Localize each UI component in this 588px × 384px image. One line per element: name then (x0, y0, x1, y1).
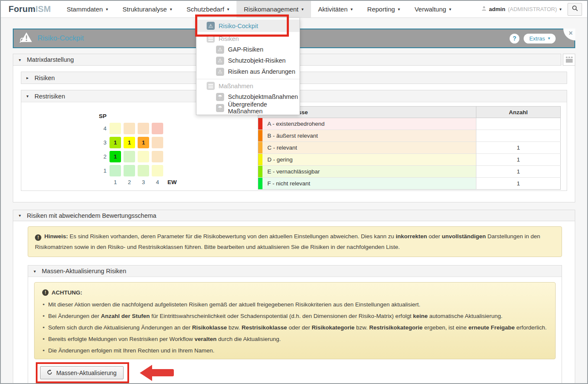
achtung-bullet: Bei Änderungen der Anzahl der Stufen für… (42, 310, 548, 322)
matrix-row-label: 2 (98, 153, 107, 160)
menu-item-gap-risiken[interactable]: ⚠GAP-Risiken (196, 44, 300, 55)
massen-panel: ▾ Massen-Aktualisierung Risiken !ACHTUNG… (28, 265, 562, 384)
nav-item-reporting[interactable]: Reporting▾ (360, 1, 407, 17)
red-annotation-arrow (140, 365, 174, 381)
layout-toggle-button[interactable] (563, 54, 575, 66)
menu-item-label: Schutzobjekt-Risiken (228, 57, 285, 64)
menu-divider (196, 79, 300, 79)
matrix-cell: 1 (110, 151, 121, 162)
class-label: B - äußerst relevant (262, 130, 476, 142)
matrix-cell (152, 151, 163, 162)
menu-item-schutzobjekt-risiken[interactable]: ⚠Schutzobjekt-Risiken (196, 55, 300, 66)
nav-item-stammdaten[interactable]: Stammdaten▾ (59, 1, 115, 17)
exclamation-circle-icon: ! (35, 234, 41, 241)
chevron-down-icon: ▾ (351, 7, 353, 12)
menu-item-label: Risiken (219, 35, 239, 42)
matrix-cell: 1 (124, 137, 135, 148)
nav-item-label: Risikomanagement (244, 6, 298, 13)
matrix-cell (152, 123, 163, 134)
matrix-cell (152, 137, 163, 148)
chevron-down-icon: ▾ (170, 7, 172, 12)
table-row: B - äußerst relevant (258, 130, 561, 142)
user-menu[interactable]: admin (ADMINISTRATOR) ▾ (481, 6, 562, 12)
extras-button[interactable]: Extras ▾ (524, 34, 556, 43)
menu-item-label: Risiken aus Änderungen (228, 68, 295, 75)
nav-item-label: Reporting (367, 6, 395, 13)
button-label: Massen-Aktualisierung (56, 370, 117, 376)
collapse-triangle-icon: ▾ (19, 58, 23, 62)
help-button[interactable]: ? (510, 34, 519, 43)
chevron-down-icon: ▾ (227, 7, 229, 12)
app-logo[interactable]: ForumISM (9, 1, 51, 17)
matrix-cell (124, 151, 135, 162)
panel-title: Restrisiken (35, 93, 65, 100)
collapse-triangle-icon: ▾ (26, 94, 31, 98)
menu-item-label: Schutzobjektmaßnahmen (228, 93, 298, 100)
class-label: A - existenzbedrohend (262, 118, 476, 130)
nav-item-risikomanagement[interactable]: Risikomanagement▾ (236, 1, 311, 17)
risk-icon: ⚠ (207, 22, 215, 30)
class-count (476, 130, 561, 142)
matrix-cell (138, 151, 149, 162)
nav-item-verwaltung[interactable]: Verwaltung▾ (407, 1, 458, 17)
abweichend-section: ▾ Risiken mit abweichendem Bewertungssch… (13, 210, 575, 384)
class-count: 1 (476, 166, 561, 178)
table-row: C - relevant1 (258, 142, 561, 154)
chevron-down-icon: ▾ (106, 7, 108, 12)
table-row: D - gering1 (258, 154, 561, 166)
class-color-bar (258, 154, 262, 166)
class-color-bar (258, 130, 262, 142)
matrix-cell (124, 123, 135, 134)
nav-item-label: Stammdaten (66, 6, 103, 13)
class-count: 1 (476, 154, 561, 166)
section-title: Risiken mit abweichendem Bewertungsschem… (27, 212, 156, 219)
refresh-icon (47, 370, 52, 376)
panel-title: Risiken (35, 75, 55, 81)
section-header-abweichend[interactable]: ▾ Risiken mit abweichendem Bewertungssch… (13, 210, 575, 221)
menu-item-label: Risiko-Cockpit (219, 23, 258, 29)
matrix-cell: 1 (138, 137, 149, 148)
page-title: Risiko-Cockpit (37, 34, 84, 43)
menu-item-label: GAP-Risiken (228, 46, 263, 53)
matrix-cell (110, 165, 121, 176)
matrix-row: 4 (98, 123, 258, 134)
menu-item-bergreifende-ma-nahmen[interactable]: ☂Übergreifende Maßnahmen (196, 102, 300, 113)
matrix-row-label: 1 (98, 167, 107, 174)
user-icon (481, 6, 487, 12)
matrix-x-axis-label: EW (167, 179, 177, 185)
section-title: Matrixdarstellung (27, 56, 74, 63)
nav-item-strukturanalyse[interactable]: Strukturanalyse▾ (115, 1, 179, 17)
chevron-down-icon: ▾ (398, 7, 400, 12)
matrix-row-label: 4 (98, 125, 107, 132)
restrisiko-class-table: Restrisikoklasse Anzahl A - existenzbedr… (258, 106, 561, 190)
chevron-down-icon: ▾ (302, 7, 304, 12)
section-title: Massen-Aktualisierung Risiken (42, 268, 126, 274)
search-icon (572, 5, 578, 13)
list-glyph (208, 37, 213, 38)
massen-aktualisierung-button[interactable]: Massen-Aktualisierung (40, 366, 124, 379)
expand-triangle-icon: ▸ (26, 75, 31, 80)
matrix-cell (110, 123, 121, 134)
matrix-row: 21 (98, 151, 258, 162)
achtung-bullet-list: Mit dieser Aktion werden die nachfolgend… (42, 299, 548, 356)
achtung-bullet: Die Änderungen erfolgen mit Ihren Rechte… (42, 345, 548, 356)
matrix-row: 3111 (98, 137, 258, 148)
hinweis-note: !Hinweis: Es sind Risiken vorhanden, der… (28, 226, 562, 257)
collapse-triangle-icon: ▾ (19, 213, 23, 218)
list-icon (207, 35, 215, 43)
matrix-col-label: 4 (152, 179, 163, 185)
search-button[interactable] (568, 3, 582, 16)
menu-item-risiken-aus-nderungen[interactable]: ⚠Risiken aus Änderungen (196, 66, 300, 77)
nav-item-schutzbedarf[interactable]: Schutzbedarf▾ (179, 1, 236, 17)
nav-item-aktivit-ten[interactable]: Aktivitäten▾ (311, 1, 360, 17)
menu-item-risiko-cockpit[interactable]: ⚠Risiko-Cockpit (196, 20, 300, 32)
umbrella-icon: ☂ (216, 93, 224, 101)
section-header-massen[interactable]: ▾ Massen-Aktualisierung Risiken (28, 266, 562, 277)
matrix-col-labels: 1234EW (110, 179, 258, 185)
restrisiko-table-area: Restrisikoklasse Anzahl A - existenzbedr… (258, 102, 567, 191)
close-button[interactable]: × (563, 29, 575, 40)
window-icon (566, 57, 573, 58)
class-color-bar (258, 142, 262, 154)
nav-menu: Stammdaten▾Strukturanalyse▾Schutzbedarf▾… (59, 1, 458, 17)
logo-part2: ISM (35, 4, 51, 14)
